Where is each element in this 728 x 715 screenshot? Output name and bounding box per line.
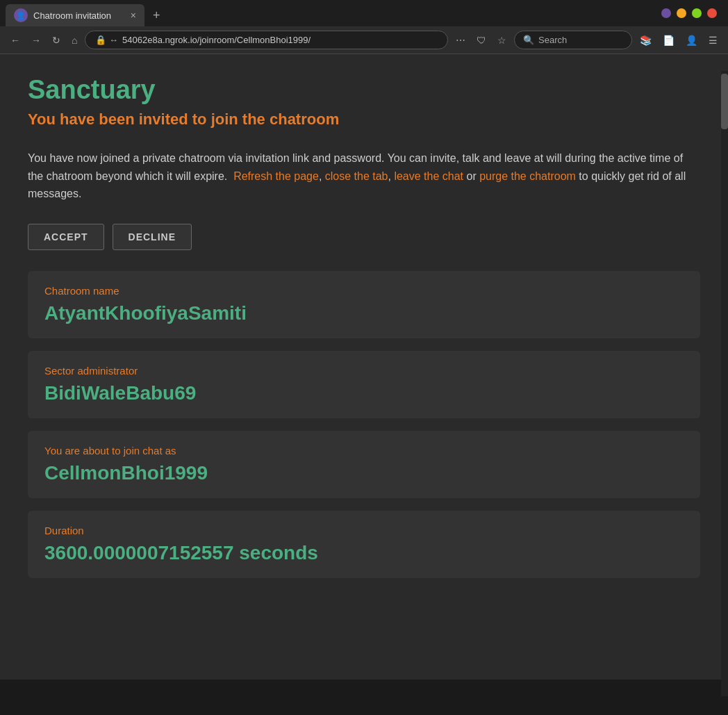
invite-heading: You have been invited to join the chatro… [28, 110, 700, 129]
browser-chrome: 👤 Chatroom invitation × + ← → ↻ ⌂ 🔒 ↔ 54… [0, 0, 728, 54]
app-title: Sanctuary [28, 75, 700, 105]
home-button[interactable]: ⌂ [68, 32, 81, 49]
chatroom-name-card: Chatroom name AtyantKhoofiyaSamiti [28, 271, 700, 338]
description: You have now joined a private chatroom v… [28, 149, 700, 203]
address-bar[interactable]: 🔒 ↔ 54062e8a.ngrok.io/joinroom/CellmonBh… [85, 31, 448, 49]
close-tab-link[interactable]: close the tab [325, 170, 388, 182]
duration-value: 3600.0000007152557 seconds [44, 542, 684, 564]
tab-bar: 👤 Chatroom invitation × + [0, 0, 728, 26]
scrollbar-track[interactable] [721, 71, 728, 696]
extensions-icon[interactable]: ⋯ [452, 32, 469, 49]
duration-label: Duration [44, 525, 684, 536]
reader-icon[interactable]: 📄 [659, 32, 678, 49]
tab-favicon: 👤 [14, 8, 28, 22]
address-text: 54062e8a.ngrok.io/joinroom/CellmonBhoi19… [122, 35, 311, 45]
security-icon: 🔒 ↔ [95, 35, 118, 45]
decline-button[interactable]: DECLINE [113, 224, 192, 250]
join-as-value: CellmonBhoi1999 [44, 462, 684, 484]
nav-extra-buttons: ⋯ 🛡 ☆ [452, 32, 510, 49]
back-button[interactable]: ← [7, 32, 24, 49]
page-content: Sanctuary You have been invited to join … [0, 54, 728, 680]
shield-icon[interactable]: 🛡 [473, 32, 490, 49]
leave-link[interactable]: leave the chat [394, 170, 463, 182]
profile-icon[interactable]: 👤 [682, 32, 701, 49]
window-minimize-button[interactable] [677, 8, 686, 18]
window-controls [661, 8, 722, 22]
tab-close-button[interactable]: × [131, 10, 136, 20]
search-icon: 🔍 [523, 35, 534, 45]
window-close-button[interactable] [707, 8, 717, 18]
accept-button[interactable]: ACCEPT [28, 224, 104, 250]
active-tab[interactable]: 👤 Chatroom invitation × [6, 4, 144, 26]
purge-link[interactable]: purge the chatroom [479, 170, 576, 182]
chatroom-name-label: Chatroom name [44, 285, 684, 297]
join-as-card: You are about to join chat as CellmonBho… [28, 431, 700, 498]
desc-or: or [463, 170, 479, 182]
new-tab-button[interactable]: + [147, 6, 166, 26]
window-mask-button[interactable] [661, 8, 671, 18]
chatroom-name-value: AtyantKhoofiyaSamiti [44, 302, 684, 324]
library-icon[interactable]: 📚 [636, 32, 655, 49]
refresh-button[interactable]: ↻ [49, 32, 64, 49]
menu-icon[interactable]: ☰ [705, 32, 721, 49]
join-as-label: You are about to join chat as [44, 445, 684, 457]
duration-card: Duration 3600.0000007152557 seconds [28, 511, 700, 578]
tab-title: Chatroom invitation [33, 10, 125, 21]
nav-bar: ← → ↻ ⌂ 🔒 ↔ 54062e8a.ngrok.io/joinroom/C… [0, 26, 728, 54]
sector-admin-label: Sector administrator [44, 365, 684, 377]
sector-admin-value: BidiWaleBabu69 [44, 382, 684, 404]
desc-comma1: , [319, 170, 325, 182]
action-buttons: ACCEPT DECLINE [28, 224, 700, 250]
forward-button[interactable]: → [28, 32, 44, 49]
window-maximize-button[interactable] [692, 8, 702, 18]
sector-admin-card: Sector administrator BidiWaleBabu69 [28, 351, 700, 418]
refresh-link[interactable]: Refresh the page [233, 170, 319, 182]
bookmark-icon[interactable]: ☆ [494, 32, 510, 49]
scrollbar-thumb[interactable] [721, 74, 728, 129]
search-text: Search [538, 35, 567, 45]
search-bar[interactable]: 🔍 Search [514, 31, 632, 49]
